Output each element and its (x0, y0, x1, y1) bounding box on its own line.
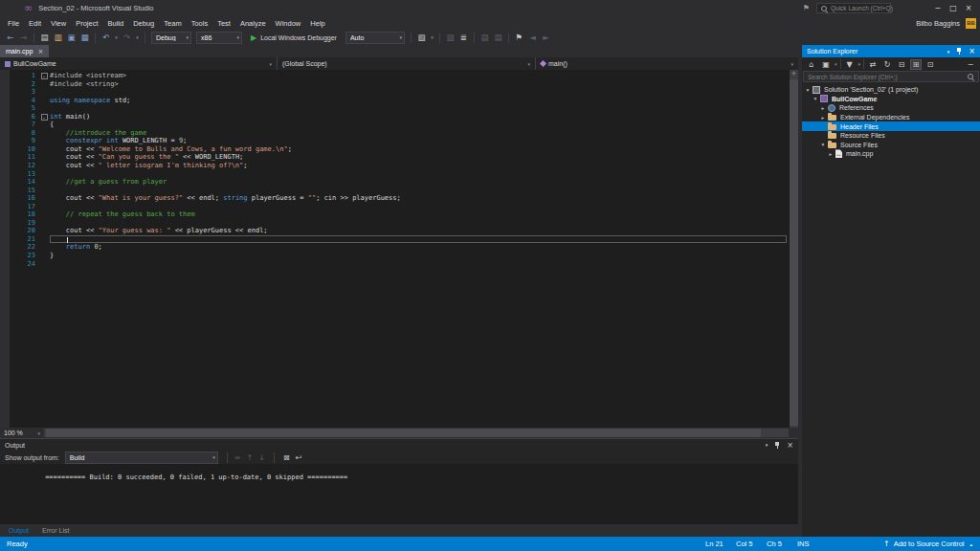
menu-tools[interactable]: Tools (187, 18, 213, 29)
code-line-24[interactable]: 24 (0, 260, 798, 269)
find-message-icon[interactable]: ≡ (234, 453, 241, 462)
sync-with-active-document-icon[interactable]: ⇄ (867, 60, 879, 69)
code-line-15[interactable]: 15 (0, 187, 798, 195)
menu-project[interactable]: Project (71, 18, 102, 29)
expander-icon[interactable]: ▾ (819, 142, 827, 147)
close-button[interactable]: × (962, 4, 975, 12)
menu-edit[interactable]: Edit (24, 18, 46, 29)
solution-platforms-dropdown[interactable]: x86▾ (196, 32, 242, 44)
previous-bookmark-icon[interactable]: ◄ (526, 31, 539, 44)
code-line-14[interactable]: 14 //get a guess from player (0, 178, 798, 187)
expander-icon[interactable]: ▸ (827, 151, 835, 157)
window-position-icon[interactable]: ▾ (947, 49, 950, 55)
toolbar-options-icon[interactable]: − (965, 60, 976, 69)
dropdown-caret-icon[interactable]: ▾ (858, 61, 861, 67)
show-all-files-icon[interactable]: ⊞ (910, 59, 922, 70)
expander-icon[interactable]: ▸ (819, 115, 827, 121)
code-line-13[interactable]: 13 (0, 170, 798, 179)
open-file-icon[interactable]: ▥ (52, 31, 64, 44)
close-panel-icon[interactable]: × (969, 47, 975, 55)
solution-explorer-title-bar[interactable]: Solution Explorer ▾ × (802, 45, 980, 57)
tree-item-bullcowgame[interactable]: ▾BullCowGame (802, 95, 980, 104)
fold-toggle-icon[interactable]: - (38, 113, 50, 121)
menu-window[interactable]: Window (271, 18, 306, 29)
dropdown-caret-icon[interactable]: ▾ (835, 61, 837, 67)
undo-icon[interactable]: ↶ (100, 31, 112, 44)
home-icon[interactable]: ⌂ (806, 60, 817, 69)
code-line-16[interactable]: 16 cout << "What is your guess?" << endl… (0, 194, 798, 203)
code-line-23[interactable]: 23} (0, 252, 798, 260)
properties-icon[interactable]: ⊡ (924, 60, 936, 69)
pin-icon[interactable] (956, 47, 962, 55)
code-line-10[interactable]: 10 cout << "Welcome to Bulls and Cows, a… (0, 145, 798, 154)
attach-to-process-icon[interactable]: ▧ (415, 31, 428, 44)
code-line-1[interactable]: 1-#include <iostream> (0, 72, 798, 80)
menu-file[interactable]: File (3, 18, 24, 29)
scope-dropdown[interactable]: (Global Scope) ▾ (278, 57, 536, 70)
solution-configurations-dropdown[interactable]: Debug▾ (151, 32, 191, 44)
code-line-9[interactable]: 9 constexpr int WORD_LENGTH = 9; (0, 137, 798, 145)
close-panel-icon[interactable]: × (787, 441, 793, 450)
menu-team[interactable]: Team (159, 18, 186, 29)
editor-split-handle[interactable]: + (790, 70, 798, 78)
navigate-forward-icon[interactable]: → (17, 31, 30, 44)
code-line-7[interactable]: 7{ (0, 121, 798, 129)
tree-item-source-files[interactable]: ▾Source Files (802, 141, 980, 150)
tree-item-external-dependencies[interactable]: ▸External Dependencies (802, 113, 980, 122)
dropdown-caret-icon[interactable]: ▾ (134, 34, 141, 40)
uncomment-icon[interactable]: ▤ (492, 31, 504, 44)
code-line-4[interactable]: 4using namespace std; (0, 97, 798, 105)
output-content[interactable]: ========== Build: 0 succeeded, 0 failed,… (0, 464, 798, 524)
navigate-to-icon[interactable]: ≣ (457, 31, 470, 44)
navigate-backward-icon[interactable]: ← (4, 31, 16, 44)
tree-item-references[interactable]: ▸References (802, 103, 980, 113)
menu-build[interactable]: Build (103, 18, 129, 29)
expander-icon[interactable]: ▸ (819, 105, 827, 111)
output-source-dropdown[interactable]: Build ▾ (65, 452, 218, 464)
code-editor[interactable]: 1-#include <iostream>2#include <string>3… (0, 70, 798, 428)
tree-item-resource-files[interactable]: Resource Files (802, 131, 980, 141)
comment-out-icon[interactable]: ▤ (479, 31, 491, 44)
maximize-button[interactable]: □ (947, 4, 960, 12)
save-icon[interactable]: ▣ (65, 31, 78, 44)
find-in-files-icon[interactable]: ▨ (444, 31, 457, 44)
start-debugging-button[interactable]: ▶Local Windows Debugger (245, 31, 343, 44)
clear-all-icon[interactable]: ⊠ (283, 453, 290, 462)
user-avatar[interactable]: BB (966, 18, 976, 29)
member-dropdown[interactable]: main() ▾ (536, 57, 798, 70)
tree-item-header-files[interactable]: Header Files (802, 121, 980, 131)
code-line-17[interactable]: 17 (0, 203, 798, 211)
editor-horizontal-scrollbar[interactable] (44, 429, 789, 437)
expander-icon[interactable]: ▾ (804, 87, 812, 93)
switch-views-icon[interactable]: ▣ (820, 60, 832, 69)
word-wrap-icon[interactable]: ↩ (296, 453, 302, 462)
debug-type-dropdown[interactable]: Auto▾ (345, 32, 405, 44)
redo-icon[interactable]: ↷ (121, 31, 133, 44)
project-dropdown[interactable]: BullCowGame ▾ (0, 57, 278, 70)
scrollbar-thumb[interactable] (46, 429, 761, 437)
tab-main-cpp[interactable]: main.cpp × (0, 45, 49, 57)
code-line-2[interactable]: 2#include <string> (0, 80, 798, 89)
notifications-flag-icon[interactable]: ⚑ (803, 4, 810, 12)
fold-toggle-icon[interactable]: - (38, 72, 50, 80)
code-line-8[interactable]: 8 //introduce the game (0, 129, 798, 138)
zoom-control[interactable]: 100 % ▾ (0, 428, 44, 438)
pane-tab-error-list[interactable]: Error List (35, 524, 76, 537)
menu-analyze[interactable]: Analyze (235, 18, 271, 29)
tab-close-icon[interactable]: × (37, 48, 43, 55)
pane-tab-output[interactable]: Output (2, 524, 35, 537)
save-all-icon[interactable]: ▦ (78, 31, 91, 44)
expander-icon[interactable]: ▾ (812, 96, 819, 101)
code-line-20[interactable]: 20 cout << "Your guess was: " << playerG… (0, 227, 798, 235)
previous-message-icon[interactable]: ↑ (247, 453, 254, 462)
pending-changes-filter-icon[interactable]: ▼ (844, 60, 856, 69)
code-line-5[interactable]: 5 (0, 104, 798, 113)
next-bookmark-icon[interactable]: ► (540, 31, 552, 44)
code-line-19[interactable]: 19 (0, 219, 798, 228)
menu-help[interactable]: Help (305, 18, 329, 29)
scrollbar-thumb[interactable] (790, 79, 798, 426)
code-line-11[interactable]: 11 cout << "Can you guess the " << WORD_… (0, 153, 798, 162)
toggle-bookmark-icon[interactable]: ⚑ (513, 31, 525, 44)
pin-icon[interactable] (774, 441, 780, 450)
next-message-icon[interactable]: ↓ (258, 453, 265, 462)
